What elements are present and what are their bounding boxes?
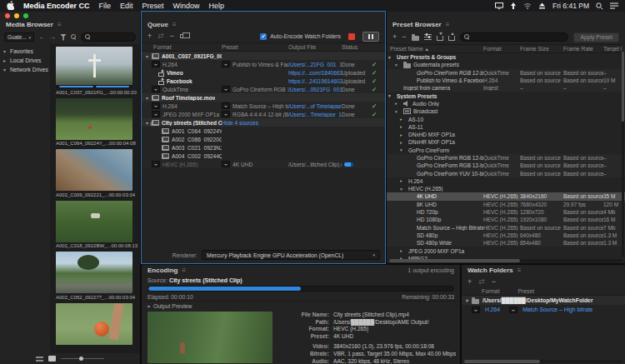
- watch-folder-output-row[interactable]: H.264 Match Source – High bitrate: [462, 305, 625, 314]
- zoom-window-button[interactable]: [23, 13, 28, 18]
- media-clip-thumbnail[interactable]: [56, 303, 134, 347]
- preset-dropdown[interactable]: [222, 61, 230, 67]
- preset-row[interactable]: SD 480p HEVC (H.265) 640x480 Based on so…: [387, 232, 625, 239]
- horizontal-scrollbar[interactable]: [389, 259, 622, 262]
- hide-sources-link[interactable]: Hide 4 sources: [222, 120, 258, 126]
- group-expand-chevron[interactable]: ▾: [400, 187, 406, 192]
- close-window-button[interactable]: [5, 13, 10, 18]
- column-format[interactable]: Format: [483, 46, 520, 52]
- tree-item[interactable]: ▾ Favorites: [0, 47, 50, 56]
- queue-row[interactable]: A001_C064_09224Y_001: [142, 127, 385, 135]
- column-frame-size[interactable]: Frame Size: [520, 46, 563, 52]
- output-file-link[interactable]: https://...24119614602283: [288, 78, 342, 84]
- pause-queue-button[interactable]: [362, 32, 379, 42]
- group-expand-chevron[interactable]: ▾: [395, 62, 401, 67]
- add-output-button[interactable]: ⇄: [478, 278, 485, 286]
- column-preset[interactable]: Preset: [518, 288, 535, 294]
- queue-title-row[interactable]: Queue ≡: [142, 19, 385, 30]
- group-expand-chevron[interactable]: ▸: [395, 101, 401, 106]
- column-frame-rate[interactable]: Frame Rate: [563, 46, 603, 52]
- queue-row[interactable]: ▾ Roof Timelapse.mov: [142, 93, 385, 102]
- media-clip-thumbnail[interactable]: A001_C064_09224Y_... 00:00:04:08: [56, 98, 134, 147]
- group-expand-chevron[interactable]: ▸: [400, 132, 406, 137]
- tree-expand-chevron[interactable]: ▸: [3, 57, 8, 63]
- column-preset-name[interactable]: Preset Name ▲: [390, 46, 483, 52]
- preset-dropdown[interactable]: [222, 102, 230, 109]
- preset-row[interactable]: ▾ User Presets & Groups: [387, 53, 625, 61]
- app-name[interactable]: Media Encoder CC: [23, 2, 90, 10]
- queue-row[interactable]: H.264 Publish to Vimeo & Face... /Users/…: [142, 60, 385, 68]
- preset-row[interactable]: GoPro CineForm RGB 12-bit with alpha Qui…: [387, 154, 625, 162]
- clip-preview-image[interactable]: [56, 201, 132, 242]
- queue-row[interactable]: ▾ City streets (Stitched Clip) Hide 4 so…: [142, 118, 385, 127]
- eject-menu-icon[interactable]: [538, 2, 546, 9]
- panel-menu-icon[interactable]: ≡: [446, 21, 450, 28]
- panel-menu-icon[interactable]: ≡: [172, 21, 177, 28]
- watch-folder-row[interactable]: ▾ /Users/██████/Desktop/MyWatchFolder: [462, 296, 625, 305]
- apply-preset-button[interactable]: Apply Preset: [573, 32, 619, 42]
- preset-row[interactable]: GoPro CineForm YUV 10-bit QuickTime Base…: [387, 169, 625, 177]
- preset-row[interactable]: ▾ Guatemala presets: [387, 61, 625, 68]
- preset-row[interactable]: Ingest from camera Ingest – – –: [387, 84, 625, 92]
- preset-row[interactable]: SD 480p Wide HEVC (H.265) 854x480 Based …: [387, 239, 625, 247]
- preset-row[interactable]: Publish to Vimeo & Facebook H.264 Based …: [387, 77, 625, 84]
- renderer-dropdown[interactable]: Mercury Playback Engine GPU Acceleration…: [202, 250, 380, 260]
- preset-row[interactable]: ▸ Audio Only: [387, 100, 625, 107]
- menubar-menu[interactable]: Preset: [142, 2, 164, 10]
- row-expand-chevron[interactable]: ▾: [466, 297, 468, 303]
- row-expand-chevron[interactable]: ▾: [146, 53, 152, 59]
- vertical-scrollbar[interactable]: [622, 52, 624, 257]
- output-file-link[interactable]: /Users/...titched Clip).mp4: [288, 162, 342, 167]
- queue-row[interactable]: A004_C002_09244Q_001: [142, 152, 385, 160]
- queue-row[interactable]: A003_C021_0923NJ_001: [142, 143, 385, 152]
- column-format[interactable]: Format: [143, 44, 222, 50]
- thumbnail-view-button[interactable]: [48, 356, 56, 362]
- group-expand-chevron[interactable]: ▸: [400, 140, 406, 145]
- menubar-menu[interactable]: Edit: [120, 2, 133, 10]
- panel-menu-icon[interactable]: ≡: [182, 267, 186, 274]
- preset-row[interactable]: ▸ H.264: [387, 177, 625, 185]
- tree-item[interactable]: ▾ Network Drives: [0, 65, 50, 74]
- watch-folders-title-row[interactable]: Watch Folders ≡: [462, 265, 625, 276]
- preset-settings-button[interactable]: [424, 34, 432, 40]
- output-preview-header[interactable]: ▾ Output Preview: [142, 301, 460, 311]
- clip-preview-image[interactable]: [56, 98, 132, 140]
- group-expand-chevron[interactable]: ▾: [388, 93, 394, 98]
- horizontal-scrollbar[interactable]: [464, 360, 622, 363]
- tree-expand-chevron[interactable]: ▾: [3, 67, 8, 72]
- panel-menu-icon[interactable]: ≡: [58, 21, 62, 28]
- hover-scrub-bar[interactable]: [56, 85, 132, 88]
- preset-dropdown[interactable]: [222, 161, 230, 167]
- column-preset[interactable]: Preset: [222, 44, 288, 50]
- preset-browser-title-row[interactable]: Preset Browser ≡: [387, 19, 625, 30]
- format-dropdown[interactable]: [152, 86, 160, 92]
- slider-knob[interactable]: [79, 357, 83, 361]
- collapse-chevron-icon[interactable]: ▾: [148, 303, 150, 309]
- media-clip-thumbnail[interactable]: A002_C018_0922BW_... 00:00:08:13: [56, 201, 134, 249]
- output-file-link[interactable]: /Users/...21FG_001_1.mp4: [288, 62, 342, 67]
- export-preset-button[interactable]: [448, 36, 455, 41]
- duplicate-button[interactable]: [180, 34, 186, 38]
- new-preset-button[interactable]: +: [392, 33, 397, 41]
- import-preset-button[interactable]: [437, 36, 443, 41]
- remove-button[interactable]: −: [170, 32, 174, 40]
- menubar-menu[interactable]: File: [99, 2, 112, 10]
- group-expand-chevron[interactable]: ▾: [388, 55, 394, 60]
- list-view-button[interactable]: [36, 356, 43, 362]
- queue-row[interactable]: ▾ A001_C037_0921FG_001.mov: [142, 52, 385, 60]
- menubar-clock[interactable]: Fri 6:41 PM: [552, 2, 589, 10]
- location-dropdown[interactable]: Guate... ▾: [4, 32, 34, 42]
- queue-row[interactable]: A002_C086_09220G_001: [142, 135, 385, 143]
- preset-row[interactable]: ▸ JPEG 2000 MXF OP1a: [387, 247, 625, 254]
- clip-preview-image[interactable]: [56, 252, 132, 293]
- tree-item[interactable]: ▸ Local Drives: [0, 56, 50, 65]
- format-dropdown[interactable]: [472, 307, 480, 313]
- notification-center-icon[interactable]: [610, 2, 618, 9]
- spotlight-icon[interactable]: [596, 2, 603, 10]
- delete-preset-button[interactable]: −: [402, 33, 406, 41]
- minimize-window-button[interactable]: [14, 13, 19, 18]
- add-output-button[interactable]: ⇄: [158, 32, 164, 40]
- queue-row[interactable]: H.264 Match Source – High bitr... /Users…: [142, 102, 385, 110]
- forward-button[interactable]: →: [49, 34, 56, 41]
- group-expand-chevron[interactable]: ▸: [400, 248, 406, 253]
